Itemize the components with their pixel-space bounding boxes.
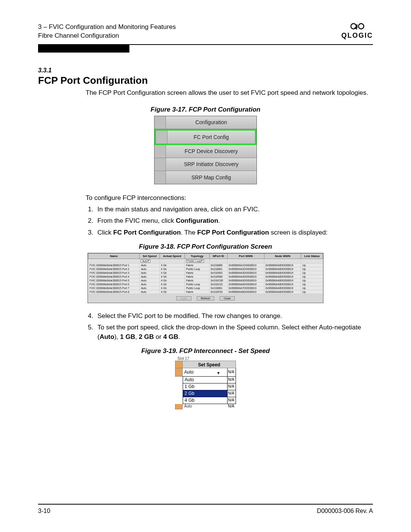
table-cell: Auto <box>140 271 159 275</box>
table-row[interactable]: FVIC 020668e0dde300015 Port 4Auto4 GbFab… <box>88 275 323 278</box>
col-set-speed[interactable]: Set Speed <box>140 253 159 259</box>
table-cell: 0x500066A3DD030019 <box>228 271 264 275</box>
speed-option[interactable]: 4 Gb <box>183 397 228 404</box>
table-cell: 0x310801 <box>209 286 227 290</box>
table-cell: Auto <box>140 267 159 271</box>
table-cell: 0x310508 <box>209 275 227 278</box>
table-cell: 0x310F03 <box>209 290 227 294</box>
header-line2: Fibre Channel Configuration <box>38 32 176 40</box>
filter-speed-select[interactable]: Auto <box>141 259 150 263</box>
col-port-wwn[interactable]: Port WWN <box>228 253 264 259</box>
section-number: 3.3.1 <box>38 67 373 74</box>
na-cell: N/A <box>228 368 236 377</box>
table-row[interactable]: FVIC 020668e0dde300015 Port 1Auto4 GbFab… <box>88 263 323 267</box>
col-topology[interactable]: Topology <box>185 253 209 259</box>
table-cell: 0x310800 <box>209 263 227 267</box>
table-header-row: Name Set Speed Actual Speed Topology NPo… <box>88 253 323 259</box>
table-cell: 0x310C00 <box>209 278 227 282</box>
set-speed-dropdown-screenshot: Slot 17 Set Speed Auto N/A AutoN/A1 GbN/… <box>175 356 236 409</box>
table-cell: 0x500066A6DD030019 <box>228 282 264 286</box>
table-cell: Up <box>301 286 323 290</box>
section-tab-bar <box>38 45 129 53</box>
col-nport-id[interactable]: NPort ID <box>209 253 227 259</box>
table-cell: 4 Gb <box>159 278 185 282</box>
table-cell: FVIC 020668e0dde300015 Port 7 <box>88 286 140 290</box>
below-row-value: Auto <box>183 404 228 409</box>
table-cell: Up <box>301 267 323 271</box>
table-button-bar: Apply Refresh Close <box>88 294 323 303</box>
table-cell: 4 Gb <box>159 290 185 294</box>
menu-item-fcp-device-discovery[interactable]: FCP Device Discovery <box>155 145 256 158</box>
menu-item-fc-port-config[interactable]: FC Port Config <box>155 129 256 145</box>
table-cell: FVIC 020668e0dde300015 Port 1 <box>88 263 140 267</box>
doc-revision: D000003-006 Rev. A <box>317 508 373 514</box>
table-cell: Auto <box>140 290 159 294</box>
table-cell: 0x310801 <box>209 267 227 271</box>
table-cell: 0x500066A5DD030019 <box>228 278 264 282</box>
speed-option[interactable]: 1 Gb <box>183 383 228 390</box>
table-row[interactable]: FVIC 020668e0dde300015 Port 7Auto4 GbPub… <box>88 286 323 290</box>
table-cell: 4 Gb <box>159 267 185 271</box>
row-swatch-icon <box>175 404 183 409</box>
table-cell: Auto <box>140 282 159 286</box>
table-row[interactable]: FVIC 020668e0dde300015 Port 3Auto4 GbFab… <box>88 271 323 275</box>
table-row[interactable]: FVIC 020668e0dde300015 Port 2Auto4 GbPub… <box>88 267 323 271</box>
table-cell: Public Loop <box>185 267 209 271</box>
menu-item-srp-initiator-discovery[interactable]: SRP Initiator Discovery <box>155 158 256 171</box>
table-row[interactable]: FVIC 020668e0dde300015 Port 8Auto4 GbFab… <box>88 290 323 294</box>
table-cell: 0x500066A0DD030019 <box>264 290 301 294</box>
section-intro: The FCP Port Configuration screen allows… <box>86 89 373 97</box>
speed-option[interactable]: Auto <box>183 377 228 383</box>
table-row[interactable]: FVIC 020668e0dde300015 Port 6Auto4 GbPub… <box>88 282 323 286</box>
na-cell: N/A <box>228 377 236 383</box>
figure-17-caption: Figure 3-17. FCP Port Configuration <box>38 106 373 113</box>
table-cell: FVIC 020668e0dde300015 Port 6 <box>88 282 140 286</box>
col-node-wwn[interactable]: Node WWN <box>264 253 301 259</box>
table-cell: 0x500066A0DD030019 <box>264 286 301 290</box>
speed-option[interactable]: 2 Gb <box>183 390 228 397</box>
table-cell: 0x500066A0DD030019 <box>264 271 301 275</box>
step-4: Select the FVIC port to be modified. The… <box>95 312 373 321</box>
step-1: In the main status and navigation area, … <box>95 205 373 214</box>
table-cell: 0x500066A0DD030019 <box>264 267 301 271</box>
na-cell: N/A <box>228 404 236 409</box>
na-cell: N/A <box>228 397 236 404</box>
speed-select[interactable]: Auto <box>183 368 228 377</box>
table-cell: Up <box>301 290 323 294</box>
table-cell: 4 Gb <box>159 275 185 278</box>
row-swatch-icon <box>175 368 183 377</box>
table-cell: Auto <box>140 286 159 290</box>
table-cell: FVIC 020668e0dde300015 Port 4 <box>88 275 140 278</box>
brand-logo: QLOGIC <box>341 23 373 40</box>
table-cell: Fabric <box>185 263 209 267</box>
apply-button[interactable]: Apply <box>176 296 191 300</box>
table-cell: Auto <box>140 278 159 282</box>
page-number: 3-10 <box>38 508 50 514</box>
speed-dropdown-list: AutoN/A1 GbN/A2 GbN/A4 GbN/A <box>183 377 236 404</box>
instructions-lead: To configure FCP interconnections: <box>86 194 373 202</box>
table-cell: Auto <box>140 275 159 278</box>
menu-item-srp-map-config[interactable]: SRP Map Config <box>155 171 256 184</box>
table-cell: FVIC 020668e0dde300015 Port 8 <box>88 290 140 294</box>
menu-item-configuration[interactable]: Configuration <box>155 116 256 129</box>
instructions-list-2: Select the FVIC port to be modified. The… <box>95 312 373 342</box>
footer-rule <box>38 504 373 505</box>
filter-topology-select[interactable]: Public Loop <box>186 259 204 263</box>
table-cell: Fabric <box>185 290 209 294</box>
col-link-status[interactable]: Link Status <box>301 253 323 259</box>
table-row[interactable]: FVIC 020668e0dde300015 Port 5Auto4 GbFab… <box>88 278 323 282</box>
col-name[interactable]: Name <box>88 253 140 259</box>
step-2: From the FVIC menu, click Configuration. <box>95 216 373 226</box>
col-actual-speed[interactable]: Actual Speed <box>159 253 185 259</box>
config-menu: Configuration FC Port Config FCP Device … <box>154 116 257 184</box>
table-cell: FVIC 020668e0dde300015 Port 3 <box>88 271 140 275</box>
table-cell: Up <box>301 263 323 267</box>
table-cell: 0x500066A1DD030019 <box>228 263 264 267</box>
fcp-port-table: Name Set Speed Actual Speed Topology NPo… <box>88 253 323 294</box>
refresh-button[interactable]: Refresh <box>197 296 215 300</box>
close-button[interactable]: Close <box>220 296 235 300</box>
figure-18-caption: Figure 3-18. FCP Port Configuration Scre… <box>38 243 373 251</box>
table-cell: 0x310C01 <box>209 282 227 286</box>
set-speed-header: Set Speed <box>183 361 236 368</box>
step-5: To set the port speed, click the drop-do… <box>95 323 373 342</box>
